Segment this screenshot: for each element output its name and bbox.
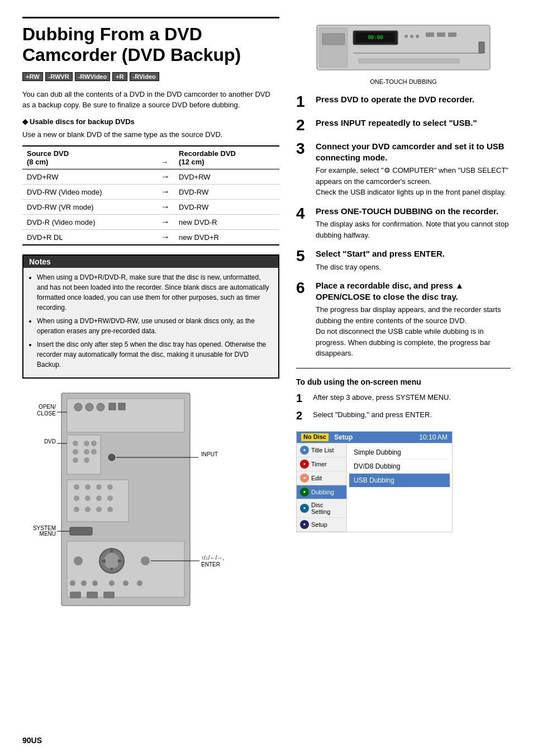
svg-point-33 <box>74 556 83 565</box>
menu-item-label: Setup <box>311 521 327 528</box>
menu-sidebar-item[interactable]: ● Dubbing <box>297 485 346 499</box>
svg-point-11 <box>73 449 78 455</box>
svg-point-3 <box>85 403 93 411</box>
arrow-cell: → <box>156 185 174 200</box>
svg-point-29 <box>96 507 102 512</box>
svg-point-44 <box>109 580 115 586</box>
svg-point-41 <box>70 580 75 586</box>
target-dvd-cell: new DVD-R <box>174 215 279 230</box>
source-dvd-cell: DVD+R DL <box>22 230 156 245</box>
svg-text:▶: ▶ <box>118 557 122 564</box>
menu-content-item[interactable]: DV/D8 Dubbing <box>349 460 450 474</box>
menu-item-icon: ● <box>300 474 309 483</box>
sub-step-number: 2 <box>296 409 307 422</box>
dvd-compatibility-table: Source DVD(8 cm) → Recordable DVD(12 cm)… <box>22 145 279 245</box>
svg-point-12 <box>84 449 89 455</box>
badge-minus-rvideo: -RVideo <box>130 72 159 81</box>
svg-point-14 <box>73 457 78 463</box>
arrow-cell: → <box>156 215 174 230</box>
svg-rect-64 <box>322 34 345 45</box>
table-row: DVD+R DL → new DVD+R <box>22 230 279 245</box>
menu-screenshot: No Disc Setup 10:10 AM ● Title List ● Ti… <box>296 431 453 532</box>
menu-content-item[interactable]: USB Dubbing <box>349 474 450 488</box>
step-item: 3 Connect your DVD camcorder and set it … <box>296 141 511 198</box>
sub-step-content: After step 3 above, press SYSTEM MENU. <box>313 392 451 405</box>
target-dvd-cell: DVD-RW <box>174 185 279 200</box>
source-dvd-cell: DVD+RW <box>22 169 156 185</box>
menu-content: Simple DubbingDV/D8 DubbingUSB Dubbing <box>347 443 452 532</box>
svg-rect-71 <box>426 32 434 37</box>
menu-sidebar-item[interactable]: ● Setup <box>297 518 346 532</box>
device-panel-diagram: ▲ ▼ ◀ ▶ <box>22 388 279 622</box>
menu-item-icon: ● <box>300 488 309 497</box>
step-content: Press DVD to operate the DVD recorder. <box>316 94 511 107</box>
svg-point-24 <box>85 495 91 501</box>
table-row: DVD+RW → DVD+RW <box>22 169 279 185</box>
table-row: DVD-RW (Video mode) → DVD-RW <box>22 185 279 200</box>
svg-point-36 <box>141 556 150 565</box>
left-column: Dubbing From a DVD Camcorder (DVD Backup… <box>22 17 279 622</box>
menu-content-item[interactable]: Simple Dubbing <box>349 446 450 460</box>
menu-no-disc-badge: No Disc <box>301 433 329 441</box>
arrow-cell: → <box>156 169 174 185</box>
menu-sidebar-item[interactable]: ● Edit <box>297 471 346 485</box>
notes-box: Notes When using a DVD+R/DVD-R, make sur… <box>22 254 279 379</box>
svg-point-28 <box>85 507 91 512</box>
panel-svg: ▲ ▼ ◀ ▶ <box>22 388 235 622</box>
svg-rect-49 <box>103 592 115 598</box>
svg-point-19 <box>74 484 79 490</box>
sub-step-item: 1 After step 3 above, press SYSTEM MENU. <box>296 392 511 405</box>
svg-rect-1 <box>67 399 184 432</box>
step-content: Place a recordable disc, and press ▲ OPE… <box>316 280 511 359</box>
table-row: DVD-RW (VR mode) → DVD-RW <box>22 200 279 215</box>
step-item: 5 Select "Start" and press ENTER. The di… <box>296 248 511 272</box>
svg-point-15 <box>84 457 89 463</box>
svg-text:CLOSE: CLOSE <box>37 410 56 417</box>
menu-item-label: Dubbing <box>311 489 334 495</box>
badge-minus-rwvideo: -RWVideo <box>75 72 111 81</box>
menu-item-icon: ● <box>300 446 309 455</box>
svg-point-25 <box>96 495 102 501</box>
notes-content: When using a DVD+R/DVD-R, make sure that… <box>23 268 278 377</box>
svg-point-4 <box>97 403 104 411</box>
badge-plus-rw: +RW <box>22 72 43 81</box>
source-dvd-cell: DVD-R (Video mode) <box>22 215 156 230</box>
svg-rect-32 <box>67 541 184 597</box>
format-badges: +RW -RWVR -RWVideo +R -RVideo <box>22 72 279 81</box>
sub-section: To dub using the on-screen menu 1 After … <box>296 377 511 422</box>
sub-section-title: To dub using the on-screen menu <box>296 377 511 386</box>
step-number: 3 <box>296 141 310 157</box>
target-dvd-cell: DVD-RW <box>174 200 279 215</box>
badge-plus-r: +R <box>112 72 127 81</box>
svg-rect-48 <box>87 592 98 598</box>
step-title: Press ONE-TOUCH DUBBING on the recorder. <box>316 206 511 217</box>
svg-text:00:00: 00:00 <box>368 35 383 40</box>
menu-sidebar-item[interactable]: ● Timer <box>297 457 346 471</box>
svg-text:DVD: DVD <box>44 438 56 445</box>
menu-sidebar-item[interactable]: ● Title List <box>297 443 346 457</box>
step-item: 4 Press ONE-TOUCH DUBBING on the recorde… <box>296 206 511 241</box>
step-desc: The progress bar display appears, and th… <box>316 304 511 359</box>
svg-text:ENTER: ENTER <box>201 561 220 568</box>
step-content: Press INPUT repeatedly to select "USB." <box>316 117 511 131</box>
menu-item-label: Disc Setting <box>311 502 343 515</box>
svg-rect-73 <box>448 32 456 37</box>
page-container: Dubbing From a DVD Camcorder (DVD Backup… <box>22 17 511 622</box>
menu-sidebar-item[interactable]: ● Disc Setting <box>297 499 346 518</box>
steps-section: 1 Press DVD to operate the DVD recorder.… <box>296 94 511 359</box>
page-title: Dubbing From a DVD Camcorder (DVD Backup… <box>22 17 279 65</box>
sub-step-number: 1 <box>296 392 307 405</box>
table-header-recordable: Recordable DVD(12 cm) <box>174 146 279 169</box>
note-item: When using a DVD+RW/DVD-RW, use unused o… <box>37 316 273 336</box>
step-item: 6 Place a recordable disc, and press ▲ O… <box>296 280 511 359</box>
source-dvd-cell: DVD-RW (VR mode) <box>22 200 156 215</box>
svg-rect-75 <box>359 59 459 63</box>
table-row: DVD-R (Video mode) → new DVD-R <box>22 215 279 230</box>
right-column: 00:00 ONE-TOUCH DUBBING <box>296 17 511 622</box>
target-dvd-cell: DVD+RW <box>174 169 279 185</box>
svg-point-26 <box>107 495 113 501</box>
svg-text:MENU: MENU <box>40 531 56 537</box>
sub-steps-container: 1 After step 3 above, press SYSTEM MENU.… <box>296 392 511 422</box>
step-item: 2 Press INPUT repeatedly to select "USB.… <box>296 117 511 133</box>
svg-text:INPUT: INPUT <box>201 451 218 457</box>
